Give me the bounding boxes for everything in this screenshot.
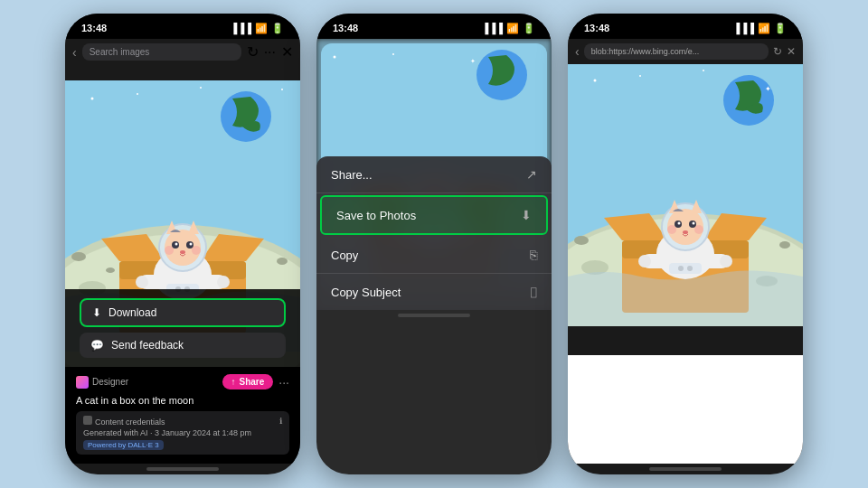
svg-point-113 — [594, 80, 597, 82]
battery-icon-3: 🔋 — [774, 23, 787, 34]
svg-point-15 — [106, 267, 115, 273]
svg-point-108 — [687, 266, 693, 271]
share-menu-item[interactable]: Share... ↗ — [316, 156, 552, 193]
svg-point-78 — [334, 56, 336, 59]
svg-text:✦: ✦ — [765, 85, 771, 93]
caption-text: A cat in a box on the moon — [76, 395, 289, 406]
svg-point-107 — [678, 266, 684, 271]
svg-point-103 — [667, 225, 676, 234]
feedback-icon: 💬 — [90, 339, 104, 352]
cat-image-3: ✦ — [568, 64, 803, 355]
back-button-3[interactable]: ‹ — [575, 44, 580, 59]
time-3: 13:48 — [584, 23, 609, 33]
more-button[interactable]: ··· — [278, 375, 289, 389]
svg-text:✦: ✦ — [470, 58, 476, 64]
svg-point-30 — [165, 246, 174, 255]
phone-2: 13:48 ▐▐▐ 📶 🔋 — [316, 14, 552, 474]
svg-point-88 — [779, 241, 790, 249]
dall-badge: Powered by DALL·E 3 — [83, 440, 164, 450]
signal-icon-3: ▐▐▐ — [733, 23, 754, 33]
svg-point-87 — [574, 236, 589, 245]
designer-label: Designer — [76, 376, 128, 389]
more-icon-1[interactable]: ··· — [264, 44, 276, 61]
url-field[interactable]: blob:https://www.bing.com/e... — [584, 43, 769, 60]
download-button[interactable]: ⬇ Download — [80, 298, 286, 327]
content-credentials: Content credentials ℹ Generated with AI … — [76, 411, 289, 455]
time-1: 13:48 — [81, 23, 107, 33]
save-photos-menu-item[interactable]: Save to Photos ⬇ — [320, 195, 548, 235]
reload-icon-3[interactable]: ↻ — [773, 45, 782, 58]
svg-point-114 — [639, 75, 641, 77]
cred-icon — [83, 416, 92, 425]
share-button[interactable]: ↑ Share — [222, 374, 274, 389]
copy-icon: ⎘ — [530, 248, 537, 262]
share-menu-icon: ↗ — [526, 167, 537, 182]
status-bar-1: 13:48 ▐▐▐ 📶 🔋 — [65, 14, 300, 39]
search-text-1: Search images — [90, 47, 150, 57]
status-icons-1: ▐▐▐ 📶 🔋 — [231, 23, 284, 34]
phone1-info: Designer ↑ Share ··· A cat in a box on t… — [65, 367, 300, 464]
designer-row: Designer ↑ Share ··· — [76, 374, 289, 389]
svg-point-29 — [190, 243, 193, 246]
svg-point-1 — [91, 98, 94, 100]
white-area — [568, 355, 803, 464]
search-field-1[interactable]: Search images — [82, 43, 241, 61]
svg-point-79 — [392, 53, 394, 55]
close-icon-1[interactable]: ✕ — [281, 43, 293, 61]
wifi-icon-3: 📶 — [758, 23, 770, 34]
download-icon: ⬇ — [92, 306, 101, 319]
status-bar-2: 13:48 ▐▐▐ 📶 🔋 — [316, 14, 552, 39]
back-button-1[interactable]: ‹ — [72, 45, 77, 60]
svg-point-104 — [694, 225, 703, 234]
svg-point-32 — [180, 250, 185, 254]
svg-point-38 — [136, 276, 148, 288]
time-2: 13:48 — [333, 23, 358, 33]
copy-label: Copy — [331, 249, 358, 262]
home-indicator-1 — [146, 467, 219, 471]
save-photos-label: Save to Photos — [336, 209, 416, 222]
wifi-icon: 📶 — [255, 23, 268, 34]
wifi-icon-2: 📶 — [506, 23, 519, 34]
image-area-1: ✦ — [65, 65, 300, 367]
svg-point-28 — [175, 243, 178, 246]
image-area-3: ✦ — [568, 64, 803, 464]
svg-point-5 — [200, 87, 202, 89]
url-text: blob:https://www.bing.com/e... — [591, 47, 700, 56]
close-icon-3[interactable]: ✕ — [787, 45, 796, 58]
status-icons-2: ▐▐▐ 📶 🔋 — [482, 23, 535, 34]
browser-bar-3: ‹ blob:https://www.bing.com/e... ↻ ✕ — [568, 39, 803, 64]
copy-subject-menu-item[interactable]: Copy Subject ⌷ — [316, 274, 552, 310]
copy-subject-label: Copy Subject — [331, 286, 401, 299]
status-bar-3: 13:48 ▐▐▐ 📶 🔋 — [568, 14, 803, 39]
svg-point-112 — [720, 255, 732, 267]
share-icon: ↑ — [231, 377, 236, 387]
svg-point-105 — [683, 230, 688, 234]
reload-icon-1[interactable]: ↻ — [247, 43, 259, 61]
browser-bar-1: ‹ Search images ↻ ··· ✕ — [65, 39, 300, 65]
svg-point-115 — [703, 70, 704, 71]
image-area-2: ✦ Share... ↗ Save to Photos ⬇ Copy ⎘ Cop… — [316, 39, 552, 310]
designer-icon — [76, 376, 89, 389]
svg-point-102 — [693, 222, 695, 225]
feedback-button[interactable]: 💬 Send feedback — [80, 333, 286, 358]
svg-point-111 — [638, 255, 651, 267]
battery-icon: 🔋 — [271, 23, 284, 34]
phone-1: 13:48 ▐▐▐ 📶 🔋 ‹ Search images ↻ ··· ✕ ✦ — [65, 14, 300, 474]
feedback-label: Send feedback — [111, 339, 184, 352]
download-overlay: ⬇ Download 💬 Send feedback — [65, 289, 300, 367]
status-icons-3: ▐▐▐ 📶 🔋 — [733, 23, 787, 34]
battery-icon-2: 🔋 — [523, 23, 535, 34]
context-menu: Share... ↗ Save to Photos ⬇ Copy ⎘ Copy … — [316, 156, 552, 310]
signal-icon: ▐▐▐ — [231, 23, 251, 33]
copy-menu-item[interactable]: Copy ⎘ — [316, 237, 552, 274]
share-menu-label: Share... — [331, 168, 373, 182]
svg-point-31 — [192, 246, 201, 255]
svg-point-101 — [678, 222, 681, 225]
home-indicator-2 — [398, 314, 470, 317]
svg-point-13 — [71, 252, 86, 261]
svg-rect-106 — [669, 263, 702, 274]
signal-icon-2: ▐▐▐ — [482, 23, 503, 33]
generated-by: Generated with AI · 3 January 2024 at 1:… — [83, 428, 282, 437]
svg-point-14 — [277, 258, 288, 265]
svg-point-2 — [137, 93, 138, 95]
